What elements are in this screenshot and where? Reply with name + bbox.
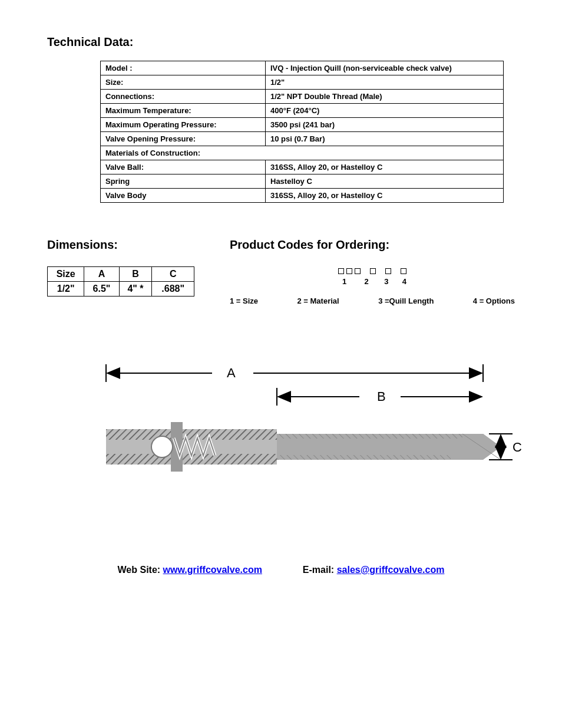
dim-header: C (152, 267, 194, 282)
dim-cell: 4" * (119, 282, 152, 297)
code-box-icon (385, 268, 391, 274)
tech-value: 3500 psi (241 bar) (266, 118, 504, 132)
code-box-icon (370, 268, 376, 274)
dim-cell: 1/2" (48, 282, 84, 297)
tech-label: Maximum Operating Pressure: (101, 118, 266, 132)
tech-value: 316SS, Alloy 20, or Hastelloy C (266, 160, 504, 174)
table-row: Connections:1/2" NPT Double Thread (Male… (101, 90, 504, 104)
legend-item: 3 =Quill Length (378, 297, 434, 305)
tech-label: Valve Body (101, 189, 266, 203)
website-link[interactable]: www.griffcovalve.com (163, 565, 262, 575)
table-row: Valve Ball:316SS, Alloy 20, or Hastelloy… (101, 160, 504, 174)
svg-rect-17 (183, 454, 277, 465)
table-row: SpringHastelloy C (101, 174, 504, 189)
svg-rect-21 (277, 455, 451, 460)
product-codes-heading: Product Codes for Ordering: (230, 238, 515, 252)
code-box-row (230, 266, 515, 276)
legend-item: 2 = Material (297, 297, 339, 305)
email-link[interactable]: sales@griffcovalve.com (337, 565, 445, 575)
dimensions-table: Size A B C 1/2" 6.5" 4" * .688" (47, 266, 194, 297)
tech-value: 400°F (204°C) (266, 104, 504, 118)
dim-header: B (119, 267, 152, 282)
tech-value: Hastelloy C (266, 174, 504, 189)
tech-label: Valve Ball: (101, 160, 266, 174)
email-label: E-mail: (303, 565, 337, 575)
quill-diagram: A B C (77, 358, 524, 494)
dim-header: A (84, 267, 119, 282)
table-row: Size A B C (48, 267, 194, 282)
table-row: Model :IVQ - Injection Quill (non-servic… (101, 61, 504, 75)
dim-header: Size (48, 267, 84, 282)
tech-value: 10 psi (0.7 Bar) (266, 132, 504, 146)
legend-item: 1 = Size (230, 297, 258, 305)
footer: Web Site: www.griffcovalve.com E-mail: s… (47, 565, 515, 575)
table-row: Valve Body316SS, Alloy 20, or Hastelloy … (101, 189, 504, 203)
dim-cell: 6.5" (84, 282, 119, 297)
tech-label: Maximum Temperature: (101, 104, 266, 118)
tech-label: Spring (101, 174, 266, 189)
tech-value: IVQ - Injection Quill (non-serviceable c… (266, 61, 504, 75)
code-box-icon (401, 268, 406, 274)
tech-label: Model : (101, 61, 266, 75)
tech-label: Size: (101, 75, 266, 90)
code-legend-row: 1 = Size 2 = Material 3 =Quill Length 4 … (230, 297, 515, 305)
svg-rect-20 (277, 434, 462, 439)
tech-value: 316SS, Alloy 20, or Hastelloy C (266, 189, 504, 203)
code-num: 2 (358, 277, 375, 286)
dim-label-c: C (513, 440, 522, 454)
legend-item: 4 = Options (473, 297, 515, 305)
table-row: Materials of Construction: (101, 146, 504, 160)
dim-label-b: B (377, 389, 386, 404)
table-row: Valve Opening Pressure:10 psi (0.7 Bar) (101, 132, 504, 146)
table-row: 1/2" 6.5" 4" * .688" (48, 282, 194, 297)
table-row: Maximum Operating Pressure:3500 psi (241… (101, 118, 504, 132)
technical-data-heading: Technical Data: (47, 35, 515, 49)
tech-label: Materials of Construction: (101, 146, 504, 160)
code-num: 1 (333, 277, 356, 286)
tech-value: 1/2" NPT Double Thread (Male) (266, 90, 504, 104)
code-box-icon (355, 268, 361, 274)
table-row: Size:1/2" (101, 75, 504, 90)
code-box-icon (338, 268, 344, 274)
code-box-icon (346, 268, 352, 274)
dim-cell: .688" (152, 282, 194, 297)
dim-label-a: A (227, 365, 236, 380)
tech-value: 1/2" (266, 75, 504, 90)
tech-label: Valve Opening Pressure: (101, 132, 266, 146)
code-num: 4 (397, 277, 411, 286)
website-label: Web Site: (118, 565, 163, 575)
technical-data-table: Model :IVQ - Injection Quill (non-servic… (100, 61, 504, 203)
table-row: Maximum Temperature:400°F (204°C) (101, 104, 504, 118)
dimensions-heading: Dimensions: (47, 238, 194, 252)
svg-point-18 (151, 436, 173, 457)
code-num: 3 (378, 277, 395, 286)
code-number-row: 1 2 3 4 (230, 277, 515, 286)
svg-marker-23 (462, 434, 501, 447)
tech-label: Connections: (101, 90, 266, 104)
